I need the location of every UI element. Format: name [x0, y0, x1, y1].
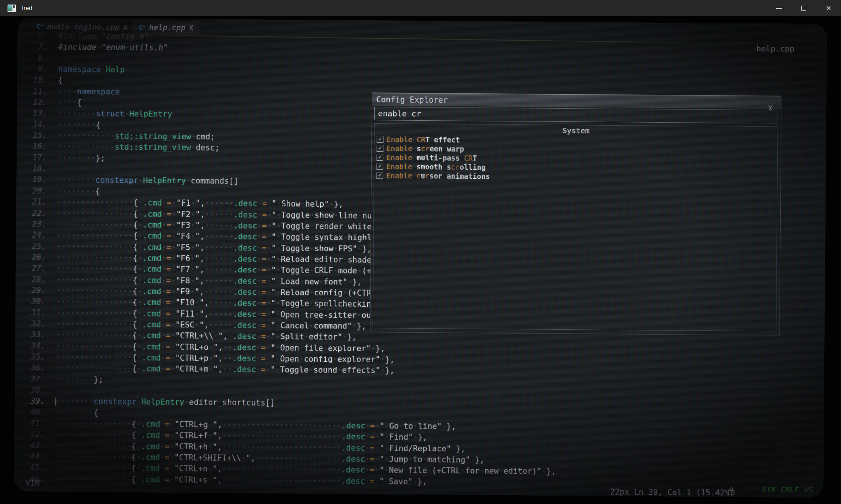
line-number: 8. — [14, 52, 58, 64]
cpp-file-icon: C+ — [37, 22, 43, 30]
line-number: 20. — [14, 185, 57, 197]
line-number: 36. — [14, 363, 56, 374]
file-indicator: help.cpp — [756, 44, 794, 54]
line-number: 18. — [14, 163, 57, 175]
maximize-icon — [801, 6, 806, 11]
config-results-panel: System ✓Enable CRT effect✓Enable screen … — [373, 123, 778, 331]
checkbox-checked-icon[interactable]: ✓ — [377, 136, 383, 143]
popup-title[interactable]: Config Explorer — [372, 93, 781, 109]
line-number: 28. — [14, 274, 57, 286]
line-number: 40. — [14, 407, 55, 418]
checkbox-checked-icon[interactable]: ✓ — [377, 172, 383, 179]
line-number: 9. — [14, 63, 58, 75]
line-number: 11. — [14, 86, 58, 97]
line-number: 16. — [14, 141, 57, 153]
config-options-list: ✓Enable CRT effect✓Enable screen warp✓En… — [374, 135, 778, 183]
line-number: 42. — [14, 429, 55, 441]
line-number: 45. — [14, 462, 55, 474]
crt-stage: C+audio-engine.cppXC+help.cppX help.cpp … — [0, 16, 841, 504]
tab-label: help.cpp — [149, 23, 186, 32]
vim-mode-indicator: VIM — [25, 479, 40, 488]
line-number: 24. — [14, 229, 57, 241]
line-number: 27. — [14, 263, 57, 274]
line-number: 19. — [14, 174, 57, 186]
line-number: 35. — [14, 351, 56, 363]
line-number: 38. — [14, 384, 55, 396]
line-number: 32. — [14, 318, 56, 330]
tab-close-button[interactable]: X — [123, 23, 128, 31]
line-number: 43. — [14, 440, 55, 452]
checkbox-checked-icon[interactable]: ✓ — [377, 154, 383, 161]
line-number: 13. — [14, 108, 58, 120]
line-number: 6. — [14, 30, 58, 42]
line-number: 21. — [14, 196, 57, 208]
checkbox-checked-icon[interactable]: ✓ — [377, 145, 383, 152]
line-number: 14. — [14, 119, 58, 131]
config-search-input[interactable]: enable cr — [374, 107, 778, 123]
line-number: 44. — [14, 451, 55, 463]
config-explorer-popup: Config Explorer X enable cr System ✓Enab… — [370, 92, 781, 336]
line-number: 41. — [14, 418, 55, 429]
line-number: 10. — [14, 75, 58, 86]
line-number: 33. — [14, 329, 56, 341]
minimize-button[interactable] — [766, 0, 791, 16]
app-icon — [8, 5, 16, 12]
window-controls: ✕ — [766, 0, 841, 16]
crt-screen: C+audio-engine.cppXC+help.cppX help.cpp … — [14, 18, 827, 498]
config-option-label: Enable CRT effect — [386, 135, 460, 144]
status-flag-ws: WS — [804, 485, 813, 494]
config-option-label: Enable smooth scrolling — [386, 162, 486, 171]
line-number: 34. — [14, 340, 56, 352]
line-number: 15. — [14, 130, 58, 141]
line-number: 23. — [14, 218, 57, 230]
status-flags: STXCRLFWS — [762, 485, 813, 494]
status-flag-crlf: CRLF — [781, 485, 799, 494]
close-icon: ✕ — [826, 5, 831, 12]
line-number: 17. — [14, 152, 57, 164]
line-number: 37. — [14, 373, 55, 385]
checkbox-checked-icon[interactable]: ✓ — [377, 163, 383, 170]
status-metrics: 22px Ln 39, Col 1 (15.42%) — [610, 487, 734, 498]
close-button[interactable]: ✕ — [816, 0, 841, 16]
config-option-label: Enable screen warp — [386, 144, 464, 153]
line-number: 29. — [14, 285, 56, 297]
line-number: 22. — [14, 207, 57, 219]
maximize-button[interactable] — [791, 0, 816, 16]
tab-label: audio-engine.cpp — [47, 22, 120, 32]
cpp-file-icon: C+ — [139, 23, 146, 31]
config-option-label: Enable cursor animations — [386, 171, 490, 180]
status-flag-stx: STX — [762, 485, 775, 494]
lock-icon[interactable] — [727, 487, 735, 497]
line-number: 39. — [14, 396, 55, 407]
tab-close-button[interactable]: X — [189, 24, 193, 32]
line-number: 26. — [14, 252, 57, 263]
minimize-icon — [776, 8, 782, 9]
line-number: 31. — [14, 307, 56, 319]
window-titlebar: fred ✕ — [0, 0, 841, 16]
line-number: 12. — [14, 97, 58, 108]
line-number: 25. — [14, 241, 57, 252]
window-title: fred — [22, 5, 32, 12]
line-number: 7. — [14, 41, 58, 53]
line-number: 30. — [14, 296, 56, 307]
config-option-label: Enable multi-pass CRT — [386, 153, 477, 162]
